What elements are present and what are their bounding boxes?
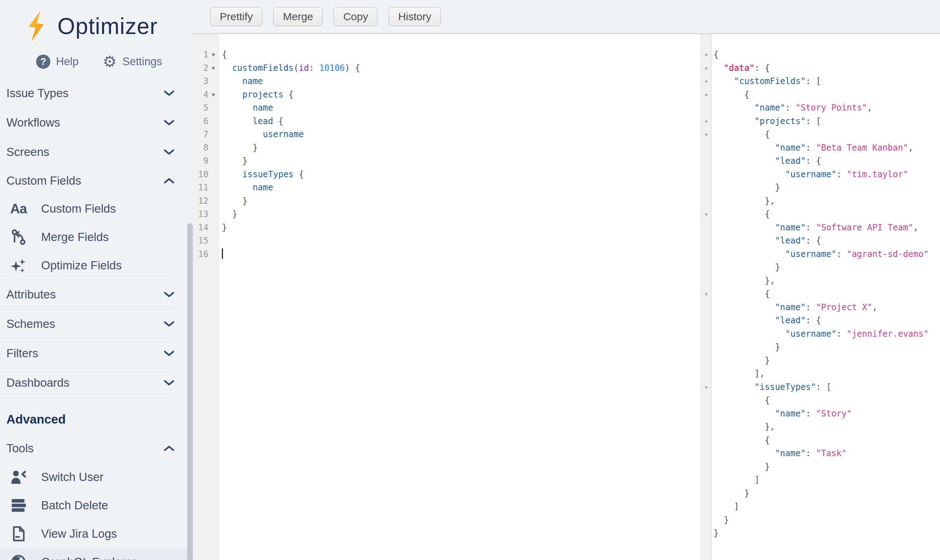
query-code-line[interactable]: } <box>222 208 701 221</box>
sidebar-item-optimize-fields[interactable]: Optimize Fields <box>0 251 193 280</box>
query-code-line[interactable]: name <box>222 75 701 88</box>
query-code-line[interactable]: customFields(id: 10106) { <box>222 62 701 75</box>
copy-button[interactable]: Copy <box>334 7 377 26</box>
query-code-line[interactable]: username <box>222 128 701 142</box>
sidebar-item-graphql-explorer[interactable]: GraphQL Explorer <box>0 548 193 560</box>
line-number: 9 <box>203 156 208 166</box>
line-number: 13 <box>198 209 208 219</box>
help-label: Help <box>56 55 79 68</box>
query-code-line[interactable]: name <box>222 102 701 115</box>
sidebar-item-label: Schemes <box>6 317 55 331</box>
code-token: "Beta Team Kanban" <box>816 143 908 153</box>
sidebar-item-tools-group[interactable]: Tools <box>0 434 193 463</box>
globe-icon <box>8 554 29 560</box>
sidebar-item-merge-fields[interactable]: Merge Fields <box>0 223 193 251</box>
fold-toggle-icon[interactable]: ▾ <box>705 131 708 138</box>
response-json-line: "data": { <box>714 62 940 75</box>
code-token: name <box>242 76 263 86</box>
query-code-line[interactable]: } <box>222 221 701 235</box>
code-token: { <box>714 209 770 219</box>
query-code-line[interactable]: } <box>222 155 701 168</box>
code-token <box>714 302 775 312</box>
code-token: : { <box>755 63 770 73</box>
fold-toggle-icon[interactable]: ▾ <box>209 88 218 102</box>
query-code-line[interactable]: projects { <box>222 88 701 102</box>
fold-toggle-icon[interactable]: ▾ <box>705 78 708 85</box>
query-code-line[interactable] <box>222 248 701 261</box>
fold-toggle-icon[interactable]: ▾ <box>705 211 708 218</box>
response-json-line: } <box>714 460 940 474</box>
fold-toggle-icon[interactable]: ▾ <box>705 291 708 297</box>
sidebar-item-screens[interactable]: Screens <box>0 137 193 166</box>
line-number-row: 12 <box>193 195 218 208</box>
query-code-line[interactable]: name <box>222 181 701 195</box>
line-number: 10 <box>198 169 208 179</box>
line-number: 7 <box>203 129 208 139</box>
code-token: , <box>872 302 877 312</box>
gear-icon: ⚙ <box>103 54 117 69</box>
sidebar-item-switch-user[interactable]: Switch User <box>0 463 193 491</box>
code-token: 10106 <box>319 63 345 73</box>
code-token: } <box>222 209 237 219</box>
fold-toggle-icon[interactable]: ▾ <box>705 52 708 58</box>
fold-gutter-row <box>701 407 711 421</box>
query-code-line[interactable]: lead { <box>222 115 701 128</box>
fold-toggle-icon[interactable]: ▾ <box>705 118 708 125</box>
code-token: : <box>806 409 816 418</box>
fold-toggle-icon[interactable]: ▾ <box>209 48 218 62</box>
history-button[interactable]: History <box>388 7 441 26</box>
sidebar-scrollbar[interactable] <box>187 223 193 560</box>
sidebar-item-custom-fields[interactable]: Aa Custom Fields <box>0 195 193 223</box>
fold-gutter-row: ▾ <box>701 288 711 301</box>
query-code-line[interactable] <box>222 234 701 248</box>
response-fold-gutter: ▾▾▾▾▾▾▾▾▾ <box>701 34 712 560</box>
code-token: { <box>714 395 770 405</box>
code-token: "username" <box>785 169 837 179</box>
sidebar-item-label: Custom Fields <box>6 174 81 188</box>
fold-gutter-row <box>701 248 711 261</box>
sidebar-item-batch-delete[interactable]: Batch Delete <box>0 491 193 520</box>
code-token: "name" <box>775 143 806 153</box>
fold-gutter-row: ▾ <box>701 208 711 221</box>
code-token <box>714 103 755 113</box>
line-number: 6 <box>203 116 208 126</box>
fold-gutter-row: ▾ <box>701 75 711 88</box>
line-number: 5 <box>203 103 208 113</box>
fold-toggle-icon[interactable]: ▾ <box>705 92 708 98</box>
code-token: ], <box>714 369 765 378</box>
fold-toggle-icon[interactable]: ▾ <box>209 62 218 75</box>
sidebar-item-custom-fields-group[interactable]: Custom Fields <box>0 167 193 195</box>
sidebar-item-attributes[interactable]: Attributes <box>0 280 193 309</box>
code-token: projects <box>242 90 283 100</box>
sidebar-item-label: Attributes <box>6 288 55 301</box>
app-logo: Optimizer <box>0 0 193 43</box>
fold-toggle-icon[interactable]: ▾ <box>705 65 708 72</box>
sidebar-item-schemes[interactable]: Schemes <box>0 309 193 338</box>
prettify-button[interactable]: Prettify <box>210 7 262 26</box>
response-json-line: "name": "Beta Team Kanban", <box>714 142 940 155</box>
response-json-line: { <box>714 48 940 62</box>
sidebar-item-dashboards[interactable]: Dashboards <box>0 368 193 397</box>
fold-toggle-icon[interactable]: ▾ <box>705 384 708 391</box>
sidebar-item-workflows[interactable]: Workflows <box>0 108 193 137</box>
code-token <box>222 116 253 126</box>
lightning-bolt-icon <box>25 9 48 43</box>
editor-code-area[interactable]: { customFields(id: 10106) { name project… <box>219 34 701 560</box>
sidebar-item-filters[interactable]: Filters <box>0 339 193 368</box>
sidebar-item-view-jira-logs[interactable]: View Jira Logs <box>0 520 193 548</box>
response-json-line: { <box>714 88 940 102</box>
query-editor[interactable]: 1▾2▾34▾5678910111213141516 { customField… <box>193 34 701 560</box>
sidebar-item-issue-types[interactable]: Issue Types <box>0 79 193 108</box>
query-code-line[interactable]: { <box>222 48 701 62</box>
query-code-line[interactable]: } <box>222 142 701 155</box>
query-code-line[interactable]: } <box>222 195 701 208</box>
query-code-line[interactable]: issueTypes { <box>222 168 701 182</box>
settings-button[interactable]: ⚙ Settings <box>103 54 162 69</box>
code-token <box>714 156 775 166</box>
merge-button[interactable]: Merge <box>273 7 323 26</box>
code-token: ( <box>294 63 298 73</box>
code-token <box>714 409 775 418</box>
chevron-down-icon <box>164 380 174 386</box>
graphiql-workspace: 1▾2▾34▾5678910111213141516 { customField… <box>193 34 940 560</box>
help-button[interactable]: ? Help <box>36 55 79 69</box>
